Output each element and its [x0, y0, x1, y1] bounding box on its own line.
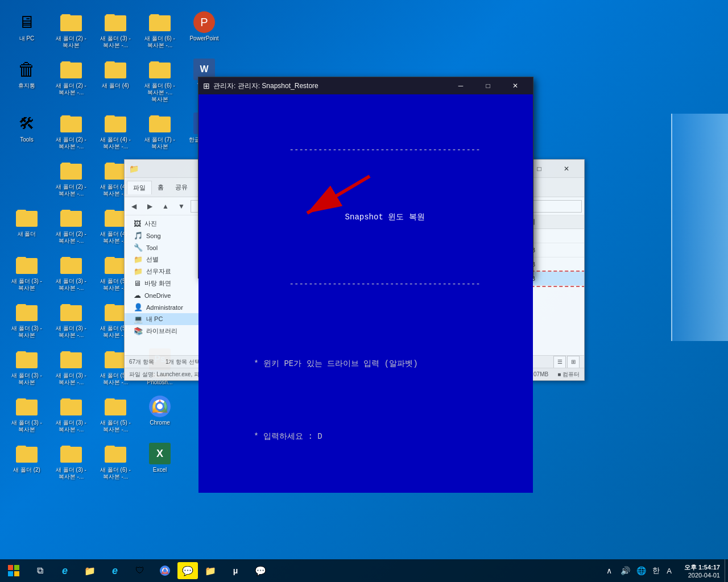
cmd-title-admin: 관리자:	[213, 82, 238, 90]
taskbar: ⧉ e 📁 e 🛡 💬 📁 μ 💬 ∧ 🔊	[0, 559, 728, 582]
folder8-label: 새 폴더 (4) -복사본 -...	[100, 136, 131, 150]
taskbar-chrome[interactable]	[152, 559, 177, 582]
desktop-icon-folder26[interactable]: 새 폴더 (2)	[7, 440, 47, 483]
tray-network[interactable]: 🌐	[633, 559, 649, 582]
desktop-icon-folder15[interactable]: 새 폴더 (3) -복사본 -...	[51, 251, 91, 294]
file-explorer-icon: 📁	[129, 164, 139, 173]
tab-share[interactable]: 공유	[169, 181, 193, 194]
excel-icon: X	[149, 443, 171, 464]
close-button[interactable]: ✕	[553, 160, 580, 178]
desktop-icon-placeholder	[7, 157, 47, 199]
show-desktop-button[interactable]	[725, 559, 728, 582]
desktop-icon-folder12[interactable]: 새 폴더 (2) -복사본 -...	[51, 204, 91, 247]
desktop-icon-recycle[interactable]: 🗑 휴지통	[7, 56, 47, 105]
system-tray: ∧ 🔊 🌐 한 A	[601, 559, 680, 582]
folder28-label: 새 폴더 (6) -복사본 -...	[100, 467, 131, 480]
desktop-icon-folder24[interactable]: 새 폴더 (3) -복사본 -...	[51, 393, 91, 435]
desktop-icon-folder4[interactable]: 새 폴더 (2) -복사본 -...	[51, 56, 91, 105]
desktop-icon-folder20[interactable]: 새 폴더 (3) -복사본	[7, 346, 47, 388]
task-view-button[interactable]: ⧉	[27, 559, 52, 582]
folder5-label: 새 폴더 (4)	[102, 82, 129, 89]
desktop-icon-folder6[interactable]: 새 폴더 (6) -복사본 -...복사본	[140, 56, 180, 105]
desktop-icon-mypc[interactable]: 🖥 내 PC	[7, 9, 47, 51]
desktop-icon-folder27[interactable]: 새 폴더 (3) -복사본 -...	[51, 440, 91, 483]
taskbar-items: e 📁 e 🛡 💬 📁 μ 💬	[52, 559, 601, 582]
tray-lang-ko[interactable]: 한	[649, 566, 663, 576]
taskbar-explorer2[interactable]: 📁	[198, 559, 223, 582]
desktop-icon-folder3[interactable]: 새 폴더 (6) -복사본 -...	[140, 9, 180, 51]
taskbar-explorer[interactable]: 📁	[77, 559, 102, 582]
cmd-line2: * 입력하세요 : D	[254, 432, 322, 441]
excel-label: Excel	[153, 467, 167, 473]
ppt-label: PowerPoint	[189, 35, 218, 42]
desktop-icon-folder14[interactable]: 새 폴더 (3) -복사본	[7, 251, 47, 294]
recent-button[interactable]: ▼	[175, 199, 188, 213]
start-button[interactable]	[0, 559, 27, 582]
cmd-line1: * 윈키 PE가 있는 드라이브 입력 (알파벳)	[254, 359, 417, 368]
taskbar-ie2[interactable]: e	[102, 559, 127, 582]
chrome-label: Chrome	[150, 419, 170, 426]
desktop-icon-folder10[interactable]: 새 폴더 (2) -복사본 -...	[51, 157, 91, 199]
desktop-icon-folder7[interactable]: 새 폴더 (2) -복사본 -...	[51, 110, 91, 152]
desktop-icon-folder18[interactable]: 새 폴더 (3) -복사본 -...	[51, 298, 91, 341]
svg-rect-8	[8, 571, 13, 576]
up-button[interactable]: ▲	[159, 199, 172, 213]
folder17-label: 새 폴더 (3) -복사본	[11, 325, 42, 339]
desktop-icon-powerpoint[interactable]: P PowerPoint	[184, 9, 224, 51]
desktop-icon-folder8[interactable]: 새 폴더 (4) -복사본 -...	[96, 110, 135, 152]
desktop-icon-folder23[interactable]: 새 폴더 (3) -복사본	[7, 393, 47, 435]
tray-lang-en[interactable]: A	[663, 567, 675, 575]
descbar-computer: ■ 컴퓨터	[557, 371, 580, 379]
cmd-minimize-button[interactable]: ─	[448, 77, 474, 94]
desktop-reflection	[671, 114, 728, 341]
tab-file[interactable]: 파일	[127, 181, 152, 194]
cmd-maximize-button[interactable]: □	[475, 77, 501, 94]
cmd-close-button[interactable]: ✕	[502, 77, 528, 94]
desktop-icon-folder5[interactable]: 새 폴더 (4)	[96, 56, 135, 105]
taskbar-utorrent[interactable]: μ	[223, 559, 248, 582]
taskbar-shield[interactable]: 🛡	[127, 559, 152, 582]
clock-time: 오후 1:54:17	[684, 563, 720, 572]
desktop-icon-folder17[interactable]: 새 폴더 (3) -복사본	[7, 298, 47, 341]
desktop-icon-chrome[interactable]: Chrome	[140, 393, 180, 435]
folder18-label: 새 폴더 (3) -복사본 -...	[56, 325, 86, 339]
desktop-icon-folder21[interactable]: 새 폴더 (3) -복사본 -...	[51, 346, 91, 388]
taskbar-msg[interactable]: 💬	[248, 559, 273, 582]
admin-icon: 👤	[134, 303, 143, 311]
taskbar-clock[interactable]: 오후 1:54:17 2020-04-01	[680, 563, 725, 579]
folder27-label: 새 폴더 (3) -복사본 -...	[56, 467, 86, 480]
folder12-label: 새 폴더 (2) -복사본 -...	[56, 231, 86, 244]
cmd-title-name: 관리자: Snapshot_Restore	[238, 82, 318, 90]
desktop-icon-folder25[interactable]: 새 폴더 (5) -복사본 -...	[96, 393, 135, 435]
tray-expand[interactable]: ∧	[601, 559, 617, 582]
tool-icon: 🔧	[134, 243, 143, 252]
mypc-icon: 🖥	[18, 13, 35, 32]
desktop-folder-icon: 🖥	[134, 279, 141, 288]
library-icon: 📚	[134, 327, 143, 335]
folder6-label: 새 폴더 (6) -복사본 -...복사본	[144, 82, 175, 103]
forward-button[interactable]: ▶	[143, 199, 156, 213]
desktop-icon-folder9[interactable]: 새 폴더 (7) -복사본	[140, 110, 180, 152]
taskbar-kakao[interactable]: 💬	[177, 562, 198, 579]
folder2-label: 새 폴더 (3) -복사본 -...	[100, 35, 131, 49]
desktop-icon-tools[interactable]: 🛠 Tools	[7, 110, 47, 152]
recycle-label: 휴지통	[18, 82, 35, 89]
desktop-icon-excel[interactable]: X Excel	[140, 440, 180, 483]
folder23-label: 새 폴더 (3) -복사본	[11, 419, 42, 433]
desktop-icon-folder28[interactable]: 새 폴더 (6) -복사본 -...	[96, 440, 135, 483]
tab-home[interactable]: 홈	[152, 181, 169, 194]
folder26-label: 새 폴더 (2)	[13, 467, 40, 473]
mypc-label: 내 PC	[19, 35, 35, 42]
taskbar-ie[interactable]: e	[52, 559, 77, 582]
chrome-icon	[149, 396, 171, 417]
desktop-icon-newfolder[interactable]: 새 폴더	[7, 204, 47, 247]
tray-volume[interactable]: 🔊	[617, 559, 633, 582]
cmd-icon: ⊞	[203, 81, 210, 90]
list-view-button[interactable]: ☰	[553, 356, 566, 368]
back-button[interactable]: ◀	[127, 199, 140, 213]
desktop-icon-folder1[interactable]: 새 폴더 (2) -복사본	[51, 9, 91, 51]
tile-view-button[interactable]: ⊞	[567, 356, 580, 368]
cmd-titlebar[interactable]: ⊞ 관리자: 관리자: Snapshot_Restore ─ □ ✕	[198, 77, 533, 94]
desktop-icon-folder2[interactable]: 새 폴더 (3) -복사본 -...	[96, 9, 135, 51]
onedrive-icon: ☁	[134, 291, 141, 300]
